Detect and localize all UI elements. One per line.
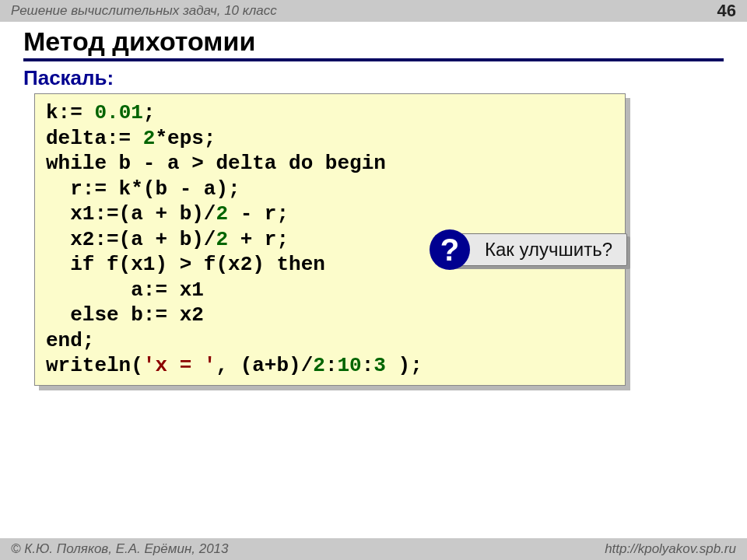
title-rule	[23, 58, 724, 61]
title-block: Метод дихотомии	[0, 22, 747, 61]
code-text: , (a+b)/	[216, 354, 313, 377]
code-text: end;	[46, 329, 94, 352]
code-text: - r;	[228, 202, 289, 226]
course-title: Решение вычислительных задач, 10 класс	[11, 0, 277, 22]
code-text: :	[325, 354, 338, 377]
code-text: + r;	[228, 228, 289, 251]
footer-link: http://kpolyakov.spb.ru	[605, 538, 736, 560]
code-text: );	[386, 354, 423, 377]
code-number: 2	[143, 127, 156, 150]
code-text: else b:= x2	[46, 303, 204, 327]
code-text: a:= x1	[46, 278, 204, 302]
copyright: © К.Ю. Поляков, Е.А. Ерёмин, 2013	[11, 538, 229, 560]
code-number: 3	[374, 354, 386, 377]
code-text: :	[362, 354, 374, 377]
header-bar: Решение вычислительных задач, 10 класс 4…	[0, 0, 747, 22]
code-number: 2	[216, 228, 228, 251]
code-number: 2	[313, 354, 325, 377]
code-text: x2:=(a + b)/	[46, 228, 216, 251]
callout-text: Как улучшить?	[450, 233, 627, 266]
code-text: r:= k*(b - a);	[46, 177, 240, 201]
footer-bar: © К.Ю. Поляков, Е.А. Ерёмин, 2013 http:/…	[0, 538, 747, 560]
code-text: if f(x1) > f(x2) then	[46, 253, 325, 276]
code-number: 2	[216, 202, 228, 226]
slide: Решение вычислительных задач, 10 класс 4…	[0, 0, 747, 560]
code-text: x1:=(a + b)/	[46, 202, 216, 226]
code-text: while b - a > delta do begin	[46, 152, 386, 175]
page-number: 46	[717, 0, 736, 22]
code-text: *eps;	[155, 127, 216, 150]
page-title: Метод дихотомии	[23, 26, 724, 58]
code-number: 0.01	[94, 101, 142, 124]
callout: ? Как улучшить?	[450, 233, 627, 266]
code-text: delta:=	[46, 127, 143, 150]
code-text: writeln(	[46, 354, 143, 377]
code-string: 'x = '	[143, 354, 216, 377]
subtitle: Паскаль:	[23, 66, 747, 90]
code-text: ;	[143, 101, 156, 124]
code-number: 10	[338, 354, 362, 377]
question-icon: ?	[430, 229, 470, 270]
code-text: k:=	[46, 101, 94, 124]
